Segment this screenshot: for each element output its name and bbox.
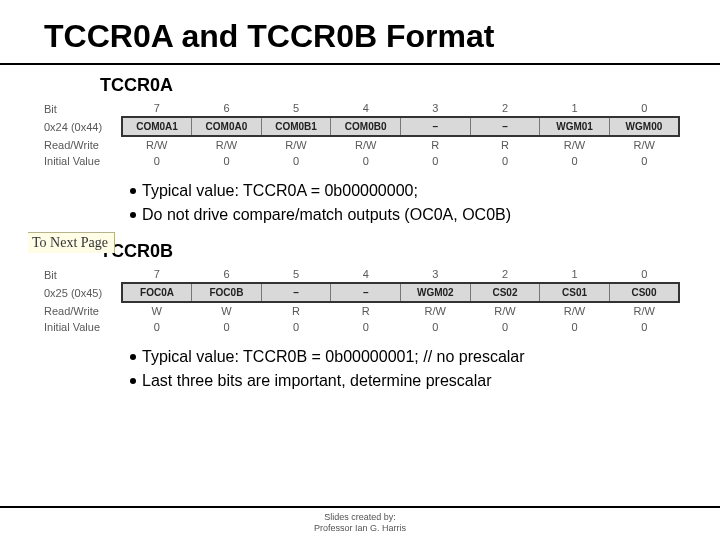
tccr0a-init-4: 0 (331, 153, 401, 169)
tccr0a-rw-2: R (470, 136, 540, 153)
tccr0b-rw-1: R/W (540, 302, 610, 319)
tccr0b-bit-row-label: Bit (40, 266, 122, 283)
tccr0a-bit-3: 3 (401, 100, 471, 117)
footer-credit: Slides created by: Professor Ian G. Harr… (0, 506, 720, 535)
tccr0a-bit-row-label: Bit (40, 100, 122, 117)
tccr0a-rw-7: R/W (122, 136, 192, 153)
tccr0b-field-3: WGM02 (401, 283, 471, 302)
tccr0b-bit-5: 5 (261, 266, 331, 283)
tccr0a-addr-label: 0x24 (0x44) (40, 117, 122, 136)
tccr0b-rw-7: W (122, 302, 192, 319)
tccr0a-rw-1: R/W (540, 136, 610, 153)
tccr0b-bullets: Typical value: TCCR0B = 0b00000001; // n… (130, 345, 720, 393)
tccr0b-init-5: 0 (261, 319, 331, 335)
tccr0b-rw-4: R (331, 302, 401, 319)
tccr0b-rw-6: W (192, 302, 262, 319)
tccr0a-bit-2: 2 (470, 100, 540, 117)
tccr0a-bit-4: 4 (331, 100, 401, 117)
tccr0b-bit-7: 7 (122, 266, 192, 283)
tccr0a-bit-1: 1 (540, 100, 610, 117)
tccr0a-bullet-1: Typical value: TCCR0A = 0b00000000; (142, 179, 418, 203)
tccr0b-bit-0: 0 (609, 266, 679, 283)
tccr0b-field-6: FOC0B (192, 283, 262, 302)
tccr0a-init-5: 0 (261, 153, 331, 169)
tccr0b-bit-4: 4 (331, 266, 401, 283)
tccr0b-field-0: CS00 (609, 283, 679, 302)
tccr0a-init-0: 0 (609, 153, 679, 169)
bullet-icon (130, 188, 136, 194)
tccr0b-rw-5: R (261, 302, 331, 319)
tccr0b-init-0: 0 (609, 319, 679, 335)
tccr0b-addr-label: 0x25 (0x45) (40, 283, 122, 302)
tccr0b-bit-2: 2 (470, 266, 540, 283)
tccr0a-init-label: Initial Value (40, 153, 122, 169)
tccr0a-field-1: WGM01 (540, 117, 610, 136)
tccr0b-bit-3: 3 (401, 266, 471, 283)
tccr0b-bullet-1: Typical value: TCCR0B = 0b00000001; // n… (142, 345, 525, 369)
tccr0a-register-table: Bit 7 6 5 4 3 2 1 0 0x24 (0x44) COM0A1 C… (40, 100, 680, 169)
tccr0a-rw-3: R (401, 136, 471, 153)
page-title: TCCR0A and TCCR0B Format (0, 0, 720, 65)
tccr0b-bit-6: 6 (192, 266, 262, 283)
bullet-icon (130, 354, 136, 360)
bullet-icon (130, 212, 136, 218)
tccr0b-bullet-2: Last three bits are important, determine… (142, 369, 492, 393)
to-next-page-button[interactable]: To Next Page (28, 232, 115, 253)
bullet-icon (130, 378, 136, 384)
tccr0b-init-3: 0 (401, 319, 471, 335)
tccr0b-field-7: FOC0A (122, 283, 192, 302)
tccr0b-init-2: 0 (470, 319, 540, 335)
tccr0a-init-2: 0 (470, 153, 540, 169)
tccr0a-field-2: – (470, 117, 540, 136)
tccr0b-rw-label: Read/Write (40, 302, 122, 319)
tccr0b-field-4: – (331, 283, 401, 302)
tccr0a-field-0: WGM00 (609, 117, 679, 136)
tccr0a-init-6: 0 (192, 153, 262, 169)
tccr0a-rw-4: R/W (331, 136, 401, 153)
tccr0a-init-3: 0 (401, 153, 471, 169)
tccr0b-label: TCCR0B (100, 241, 720, 262)
tccr0a-bullets: Typical value: TCCR0A = 0b00000000; Do n… (130, 179, 720, 227)
tccr0b-init-4: 0 (331, 319, 401, 335)
tccr0b-field-1: CS01 (540, 283, 610, 302)
tccr0b-rw-0: R/W (609, 302, 679, 319)
tccr0a-rw-0: R/W (609, 136, 679, 153)
tccr0b-bit-1: 1 (540, 266, 610, 283)
tccr0b-rw-2: R/W (470, 302, 540, 319)
tccr0b-field-5: – (261, 283, 331, 302)
tccr0b-init-7: 0 (122, 319, 192, 335)
tccr0a-bullet-2: Do not drive compare/match outputs (OC0A… (142, 203, 511, 227)
tccr0b-rw-3: R/W (401, 302, 471, 319)
tccr0b-init-label: Initial Value (40, 319, 122, 335)
footer-line-2: Professor Ian G. Harris (0, 523, 720, 534)
tccr0b-init-6: 0 (192, 319, 262, 335)
tccr0a-rw-6: R/W (192, 136, 262, 153)
tccr0a-field-6: COM0A0 (192, 117, 262, 136)
tccr0a-field-5: COM0B1 (261, 117, 331, 136)
tccr0a-init-1: 0 (540, 153, 610, 169)
tccr0b-init-1: 0 (540, 319, 610, 335)
tccr0a-label: TCCR0A (100, 75, 720, 96)
tccr0b-register-table: Bit 7 6 5 4 3 2 1 0 0x25 (0x45) FOC0A FO… (40, 266, 680, 335)
tccr0a-bit-7: 7 (122, 100, 192, 117)
tccr0a-field-7: COM0A1 (122, 117, 192, 136)
tccr0a-bit-6: 6 (192, 100, 262, 117)
tccr0a-rw-5: R/W (261, 136, 331, 153)
tccr0a-bit-5: 5 (261, 100, 331, 117)
tccr0b-field-2: CS02 (470, 283, 540, 302)
tccr0a-bit-0: 0 (609, 100, 679, 117)
tccr0a-field-4: COM0B0 (331, 117, 401, 136)
footer-line-1: Slides created by: (0, 512, 720, 523)
tccr0a-field-3: – (401, 117, 471, 136)
tccr0a-init-7: 0 (122, 153, 192, 169)
tccr0a-rw-label: Read/Write (40, 136, 122, 153)
